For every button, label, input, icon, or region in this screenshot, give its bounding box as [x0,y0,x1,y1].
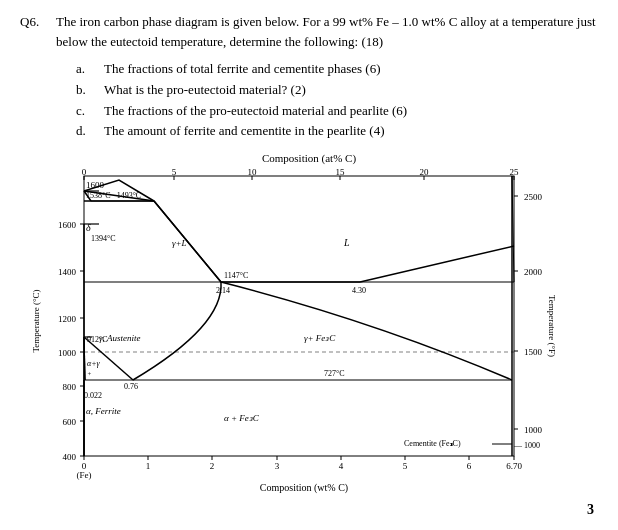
svg-text:6.70: 6.70 [506,461,522,471]
question-text: The iron carbon phase diagram is given b… [56,12,598,51]
svg-text:1: 1 [146,461,151,471]
svg-text:-1493°C: -1493°C [114,191,141,200]
sub-text-c: The fractions of the pro-eutectoid mater… [104,101,407,122]
svg-text:20: 20 [420,167,430,177]
sub-label-a: a. [76,59,96,80]
svg-text:1147°C: 1147°C [224,271,248,280]
diagram-container: Composition (at% C) 0 5 10 15 20 25 [24,152,594,496]
svg-text:15: 15 [336,167,346,177]
svg-text:1394°C: 1394°C [91,234,116,243]
svg-text:1000: 1000 [58,348,77,358]
svg-text:912°C: 912°C [87,335,108,344]
sub-label-d: d. [76,121,96,142]
svg-text:α + Fe₃C: α + Fe₃C [224,413,260,423]
svg-text:1600: 1600 [86,180,105,190]
svg-text:2.14: 2.14 [216,286,230,295]
svg-text:Temperature (°C): Temperature (°C) [31,290,41,353]
svg-text:γ+ Fe₃C: γ+ Fe₃C [304,333,336,343]
sub-item-c: c. The fractions of the pro-eutectoid ma… [76,101,598,122]
sub-text-d: The amount of ferrite and cementite in t… [104,121,384,142]
svg-text:L: L [343,237,350,248]
sub-item-d: d. The amount of ferrite and cementite i… [76,121,598,142]
question-number: Q6. [20,12,48,51]
svg-text:1500: 1500 [524,347,543,357]
sub-text-a: The fractions of total ferrite and cemen… [104,59,381,80]
svg-text:1400: 1400 [58,267,77,277]
page-number: 3 [20,502,598,518]
svg-text:5: 5 [403,461,408,471]
sub-text-b: What is the pro-eutectoid material? (2) [104,80,306,101]
svg-text:1000: 1000 [524,425,543,435]
sub-item-b: b. What is the pro-eutectoid material? (… [76,80,598,101]
svg-text:10: 10 [248,167,258,177]
svg-text:(Fe): (Fe) [77,470,92,480]
page: Q6. The iron carbon phase diagram is giv… [0,0,618,528]
svg-text:2: 2 [210,461,215,471]
svg-text:2000: 2000 [524,267,543,277]
svg-text:α, Ferrite: α, Ferrite [86,406,121,416]
phase-diagram: 0 5 10 15 20 25 2500 2000 1500 1000 Temp… [24,166,594,496]
svg-text:5: 5 [172,167,177,177]
top-axis-label: Composition (at% C) [24,152,594,164]
svg-text:Cementite (Fe₃C): Cementite (Fe₃C) [404,439,461,448]
question-header: Q6. The iron carbon phase diagram is giv… [20,12,598,51]
sub-label-b: b. [76,80,96,101]
svg-text:α+γ: α+γ [87,359,101,368]
svg-text:600: 600 [63,417,77,427]
svg-text:727°C: 727°C [324,369,345,378]
svg-text:0.76: 0.76 [124,382,138,391]
svg-text:0.022: 0.022 [84,391,102,400]
svg-text:— 1000: — 1000 [513,441,540,450]
svg-text:400: 400 [63,452,77,462]
svg-text:δ: δ [86,222,91,233]
svg-text:2500: 2500 [524,192,543,202]
svg-text:Temperature (°F): Temperature (°F) [547,295,557,357]
svg-text:1200: 1200 [58,314,77,324]
svg-text:25: 25 [510,167,520,177]
svg-text:1600: 1600 [58,220,77,230]
sub-items: a. The fractions of total ferrite and ce… [76,59,598,142]
svg-text:4.30: 4.30 [352,286,366,295]
svg-text:800: 800 [63,382,77,392]
svg-text:+: + [87,370,92,378]
svg-text:0: 0 [82,167,87,177]
svg-text:γ+L: γ+L [172,238,187,248]
svg-rect-1 [84,176,514,456]
svg-text:4: 4 [339,461,344,471]
sub-item-a: a. The fractions of total ferrite and ce… [76,59,598,80]
svg-text:Composition (wt% C): Composition (wt% C) [260,482,348,494]
svg-text:3: 3 [275,461,280,471]
svg-text:6: 6 [467,461,472,471]
svg-text:1538°C: 1538°C [86,191,111,200]
sub-label-c: c. [76,101,96,122]
